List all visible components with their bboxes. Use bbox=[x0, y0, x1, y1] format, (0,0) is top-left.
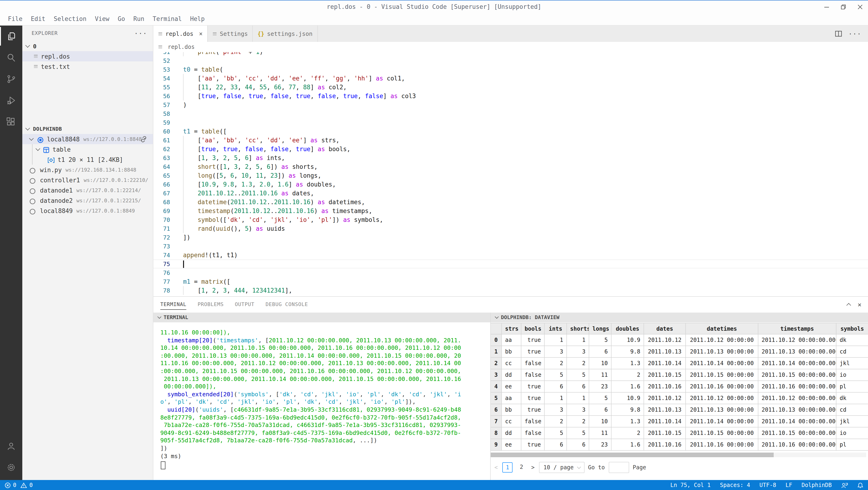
text-segment: , bbox=[252, 181, 259, 188]
minimize-icon[interactable] bbox=[824, 4, 830, 10]
menu-file[interactable]: File bbox=[4, 13, 27, 25]
connection-datanode1[interactable]: datanode1ws://127.0.0.1:22214/ bbox=[22, 185, 153, 195]
dolphindb-section-header[interactable]: DOLPHINDB bbox=[22, 124, 153, 134]
warnings-count[interactable]: 0 bbox=[29, 482, 33, 488]
table-row[interactable]: 6bbtrue3369.82011.10.132011.10.13 00:00:… bbox=[491, 404, 868, 416]
status-ln[interactable]: Ln 75, Col 1 bbox=[670, 482, 711, 488]
menu-view[interactable]: View bbox=[91, 13, 114, 25]
page-number-2[interactable]: 2 bbox=[516, 462, 526, 472]
tabs: repl.dos×Settings{}settings.json bbox=[153, 26, 318, 42]
file-item-repl.dos[interactable]: repl.dos bbox=[22, 51, 153, 61]
column-header-timestamps[interactable]: timestamps bbox=[758, 323, 836, 335]
panel-tab-problems[interactable]: PROBLEMS bbox=[197, 297, 223, 313]
tab-settings[interactable]: Settings bbox=[208, 26, 253, 42]
restore-icon[interactable] bbox=[840, 4, 847, 10]
file-item-test.txt[interactable]: test.txt bbox=[22, 61, 153, 71]
status-dolphindb[interactable]: DolphinDB bbox=[802, 482, 832, 488]
explorer-more-icon[interactable]: ··· bbox=[134, 30, 147, 37]
text-segment: 'aa' bbox=[201, 75, 216, 82]
column-header-strs[interactable]: strs bbox=[502, 323, 521, 335]
activity-account-icon[interactable] bbox=[0, 435, 22, 457]
maximize-panel-icon[interactable] bbox=[846, 303, 851, 308]
close-panel-icon[interactable]: × bbox=[858, 301, 862, 308]
code-area[interactable]: 51 print('print' + 1)5253t0 = table(54 [… bbox=[153, 48, 868, 296]
menu-edit[interactable]: Edit bbox=[27, 13, 50, 25]
column-header-ints[interactable]: ints bbox=[545, 323, 567, 335]
more-actions-icon[interactable]: ··· bbox=[848, 30, 862, 37]
errors-icon[interactable] bbox=[5, 482, 11, 488]
text-segment: , bbox=[216, 92, 223, 99]
panel-tab-debug-console[interactable]: DEBUG CONSOLE bbox=[266, 297, 308, 313]
table-row[interactable]: 0aatrue11510.92011.10.122011.10.12 00:00… bbox=[491, 335, 868, 346]
activity-explorer-icon[interactable] bbox=[0, 26, 22, 47]
goto-page-input[interactable] bbox=[609, 462, 629, 473]
menu-selection[interactable]: Selection bbox=[50, 13, 91, 25]
scrollbar-thumb[interactable] bbox=[491, 453, 774, 457]
status-items: Ln 75, Col 1Spaces: 4UTF-8LFDolphinDB bbox=[670, 482, 832, 488]
connection-local8849[interactable]: local8849ws://127.0.0.1:8849 bbox=[22, 206, 153, 216]
table-row[interactable]: 9eetrue66231.62011.10.162011.10.16 00:00… bbox=[491, 439, 868, 451]
dataview-section-header[interactable]: DOLPHINDB: DATAVIEW bbox=[491, 313, 868, 322]
table-row[interactable]: 1bbtrue3369.82011.10.132011.10.13 00:00:… bbox=[491, 346, 868, 358]
tree-group-table[interactable]: table bbox=[22, 144, 153, 154]
table-cell: 2011.10.12 00:00:00.000 bbox=[758, 335, 836, 346]
feedback-icon[interactable] bbox=[841, 482, 848, 488]
status-utf-8[interactable]: UTF-8 bbox=[760, 482, 776, 488]
table-row[interactable]: 5aatrue11510.92011.10.122011.10.12 00:00… bbox=[491, 393, 868, 404]
activity-search-icon[interactable] bbox=[0, 47, 22, 68]
connection-datanode2[interactable]: datanode2ws://127.0.0.1:22215/ bbox=[22, 195, 153, 206]
folder-row[interactable]: 0 bbox=[22, 41, 153, 51]
tab-close-icon[interactable]: × bbox=[199, 30, 203, 37]
terminal-section-header[interactable]: TERMINAL bbox=[153, 313, 490, 322]
activity-source-control-icon[interactable] bbox=[0, 68, 22, 90]
tab-repl-dos[interactable]: repl.dos× bbox=[153, 26, 208, 42]
column-header-shorts[interactable]: shorts bbox=[567, 323, 589, 335]
errors-count[interactable]: 0 bbox=[13, 482, 16, 488]
prev-page-icon[interactable]: < bbox=[494, 464, 499, 471]
table-row[interactable]: 8ddfalse551122011.10.152011.10.15 00:00:… bbox=[491, 427, 868, 439]
table-row[interactable]: 4eetrue66231.62011.10.162011.10.16 00:00… bbox=[491, 381, 868, 393]
activity-extensions-icon[interactable] bbox=[0, 111, 22, 133]
menu-help[interactable]: Help bbox=[186, 13, 209, 25]
connection-local8848[interactable]: local8848ws://127.0.0.1:8848 bbox=[22, 134, 153, 144]
tree-indent-guide bbox=[32, 144, 33, 165]
close-icon[interactable] bbox=[857, 4, 863, 10]
tab-settings-json[interactable]: {}settings.json bbox=[253, 26, 318, 42]
indent-guide bbox=[183, 171, 184, 180]
column-header-index[interactable] bbox=[491, 323, 502, 335]
code-text: t1 = table([ bbox=[183, 127, 227, 136]
breadcrumb[interactable]: repl.dos bbox=[153, 42, 868, 52]
panel-tab-terminal[interactable]: TERMINAL bbox=[160, 297, 186, 313]
activity-settings-icon[interactable] bbox=[0, 457, 22, 478]
link-icon[interactable] bbox=[140, 136, 147, 143]
table-cell: 5 bbox=[589, 335, 612, 346]
braces-icon: {} bbox=[258, 30, 265, 37]
column-header-longs[interactable]: longs bbox=[589, 323, 612, 335]
panel-tab-output[interactable]: OUTPUT bbox=[235, 297, 254, 313]
menu-go[interactable]: Go bbox=[114, 13, 129, 25]
column-header-doubles[interactable]: doubles bbox=[612, 323, 644, 335]
status-lf[interactable]: LF bbox=[785, 482, 792, 488]
menu-terminal[interactable]: Terminal bbox=[149, 13, 186, 25]
page-number-1[interactable]: 1 bbox=[502, 462, 513, 472]
column-header-bools[interactable]: bools bbox=[521, 323, 545, 335]
column-header-dates[interactable]: dates bbox=[644, 323, 686, 335]
code-line-60: 60t1 = table([ bbox=[153, 127, 868, 136]
split-editor-icon[interactable] bbox=[835, 31, 842, 37]
activity-run-and-debug-icon[interactable] bbox=[0, 90, 22, 111]
table-row[interactable]: 3ddfalse551122011.10.152011.10.15 00:00:… bbox=[491, 369, 868, 381]
tree-variable-t1[interactable]: t1 20 × 11 [2.4KB] bbox=[22, 154, 153, 165]
notifications-bell-icon[interactable] bbox=[857, 482, 863, 488]
status-spaces[interactable]: Spaces: 4 bbox=[720, 482, 750, 488]
table-row[interactable]: 7ccfalse22101.32011.10.142011.10.14 00:0… bbox=[491, 416, 868, 427]
column-header-datetimes[interactable]: datetimes bbox=[686, 323, 758, 335]
table-row[interactable]: 2ccfalse22101.32011.10.142011.10.14 00:0… bbox=[491, 358, 868, 369]
menu-run[interactable]: Run bbox=[129, 13, 149, 25]
next-page-icon[interactable]: > bbox=[530, 464, 535, 471]
column-header-symbols[interactable]: symbols bbox=[836, 323, 868, 335]
connection-controller1[interactable]: controller1ws://127.0.0.1:22210/ bbox=[22, 175, 153, 185]
connection-win.py[interactable]: win.pyws://192.168.134.1:8848 bbox=[22, 165, 153, 175]
page-size-select[interactable]: 10 / page bbox=[539, 462, 584, 473]
horizontal-scrollbar[interactable] bbox=[491, 453, 866, 457]
warnings-icon[interactable] bbox=[21, 482, 27, 488]
